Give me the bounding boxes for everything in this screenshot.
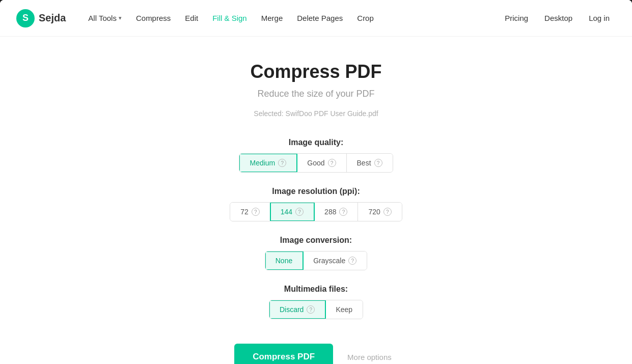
- page-title: Compress PDF: [250, 61, 381, 82]
- multimedia-files-group: Multimedia files: Discard ? Keep: [174, 285, 459, 319]
- resolution-72-help-icon[interactable]: ?: [252, 208, 260, 216]
- nav-left: All Tools ▾ Compress Edit Fill & Sign Me…: [82, 10, 499, 26]
- conversion-grayscale-button[interactable]: Grayscale ?: [303, 251, 367, 270]
- nav-fill-sign[interactable]: Fill & Sign: [206, 10, 253, 26]
- compress-pdf-button[interactable]: Compress PDF: [234, 344, 333, 364]
- quality-best-button[interactable]: Best ?: [347, 154, 393, 172]
- nav-crop[interactable]: Crop: [351, 10, 380, 26]
- image-resolution-buttons: 72 ? 144 ? 288 ? 720 ?: [230, 202, 402, 221]
- nav-compress[interactable]: Compress: [130, 10, 177, 26]
- resolution-720-help-icon[interactable]: ?: [383, 208, 392, 216]
- page-subtitle: Reduce the size of your PDF: [257, 89, 374, 99]
- quality-best-help-icon[interactable]: ?: [374, 159, 382, 167]
- resolution-288-button[interactable]: 288 ?: [314, 203, 358, 221]
- multimedia-files-buttons: Discard ? Keep: [269, 300, 363, 319]
- image-conversion-label: Image conversion:: [280, 236, 352, 245]
- image-quality-buttons: Medium ? Good ? Best ?: [239, 153, 393, 173]
- resolution-720-button[interactable]: 720 ?: [358, 203, 401, 221]
- image-resolution-group: Image resolution (ppi): 72 ? 144 ? 288 ?: [174, 187, 459, 221]
- multimedia-discard-button[interactable]: Discard ?: [269, 300, 325, 319]
- image-conversion-group: Image conversion: None Grayscale ?: [174, 236, 459, 270]
- nav-merge[interactable]: Merge: [255, 10, 289, 26]
- conversion-none-button[interactable]: None: [265, 251, 303, 270]
- image-resolution-label: Image resolution (ppi):: [272, 187, 360, 196]
- resolution-144-button[interactable]: 144 ?: [270, 203, 314, 221]
- options-section: Image quality: Medium ? Good ? Best ?: [174, 138, 459, 319]
- header: S Sejda All Tools ▾ Compress Edit Fill &…: [0, 0, 632, 37]
- resolution-288-help-icon[interactable]: ?: [339, 208, 347, 216]
- multimedia-keep-button[interactable]: Keep: [325, 300, 363, 319]
- quality-good-button[interactable]: Good ?: [297, 154, 346, 172]
- nav-right: Pricing Desktop Log in: [499, 10, 616, 26]
- logo-icon: S: [16, 9, 35, 27]
- resolution-144-help-icon[interactable]: ?: [295, 208, 304, 216]
- more-options-button[interactable]: More options: [341, 349, 398, 365]
- image-quality-label: Image quality:: [289, 138, 344, 147]
- main-content: Compress PDF Reduce the size of your PDF…: [0, 37, 632, 364]
- image-conversion-buttons: None Grayscale ?: [265, 251, 368, 270]
- bottom-actions: Compress PDF More options: [234, 344, 398, 364]
- quality-medium-help-icon[interactable]: ?: [278, 159, 286, 167]
- multimedia-discard-help-icon[interactable]: ?: [307, 305, 315, 314]
- quality-medium-button[interactable]: Medium ?: [239, 154, 297, 172]
- multimedia-files-label: Multimedia files:: [284, 285, 348, 294]
- image-quality-group: Image quality: Medium ? Good ? Best ?: [174, 138, 459, 173]
- nav-edit[interactable]: Edit: [179, 10, 204, 26]
- resolution-72-button[interactable]: 72 ?: [230, 203, 270, 221]
- nav-pricing[interactable]: Pricing: [499, 10, 534, 26]
- nav-delete-pages[interactable]: Delete Pages: [291, 10, 349, 26]
- nav-login[interactable]: Log in: [583, 10, 616, 26]
- nav-all-tools[interactable]: All Tools ▾: [82, 10, 128, 26]
- logo-text: Sejda: [39, 12, 66, 24]
- app-window: S Sejda All Tools ▾ Compress Edit Fill &…: [0, 0, 632, 364]
- nav-desktop[interactable]: Desktop: [538, 10, 579, 26]
- chevron-down-icon: ▾: [119, 15, 122, 21]
- selected-file: Selected: SwifDoo PDF User Guide.pdf: [254, 109, 378, 118]
- quality-good-help-icon[interactable]: ?: [328, 159, 336, 167]
- conversion-grayscale-help-icon[interactable]: ?: [348, 257, 356, 265]
- logo[interactable]: S Sejda: [16, 9, 66, 27]
